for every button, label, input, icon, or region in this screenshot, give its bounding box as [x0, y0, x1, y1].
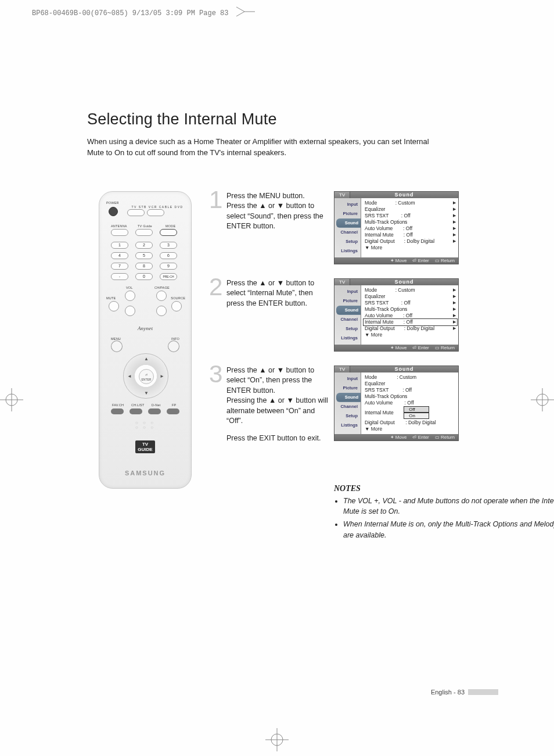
remote-control-illustration: POWER TV STB VCR CABLE DVD ANTENNA TV Gu… [99, 191, 192, 489]
step-2: 2 Press the ▲ or ▼ button to select “Int… [209, 278, 554, 352]
page-title: Selecting the Internal Mute [87, 110, 505, 128]
pdf-slug: BP68-00469B-00(076~085) 9/13/05 3:09 PM … [32, 6, 256, 17]
osd-screenshot-1: TVSound InputPictureSoundChannelSetupLis… [334, 191, 459, 264]
svg-point-1 [6, 394, 17, 406]
note-item: The VOL +, VOL - and Mute buttons do not… [343, 496, 554, 517]
step-3-text: Press the ▲ or ▼ button to select “On”, … [226, 366, 334, 444]
dpad: ▲ ▼ ◄ ► ⏎ENTER [123, 353, 168, 399]
step-1-text: Press the MENU button.Press the ▲ or ▼ b… [226, 191, 334, 232]
intro-text: When using a device such as a Home Theat… [87, 137, 447, 159]
step-2-text: Press the ▲ or ▼ button to select “Inter… [226, 278, 334, 309]
osd-screenshot-3: TVSound InputPictureSoundChannelSetupLis… [334, 366, 459, 441]
page-number: English - 83 [431, 689, 498, 696]
notes-heading: NOTES [334, 484, 554, 493]
step-3: 3 Press the ▲ or ▼ button to select “On”… [209, 366, 554, 444]
osd-screenshot-2: TVSound InputPictureSoundChannelSetupLis… [334, 278, 459, 352]
power-button-icon [109, 207, 118, 216]
tvguide-logo: TVGUIDE [99, 440, 191, 453]
brand-logo: SAMSUNG [99, 470, 191, 476]
note-item: When Internal Mute is on, only the Multi… [343, 519, 554, 540]
step-1: 1 Press the MENU button.Press the ▲ or ▼… [209, 191, 554, 264]
svg-point-7 [271, 734, 283, 746]
notes-section: NOTES The VOL +, VOL - and Mute buttons … [334, 484, 554, 540]
